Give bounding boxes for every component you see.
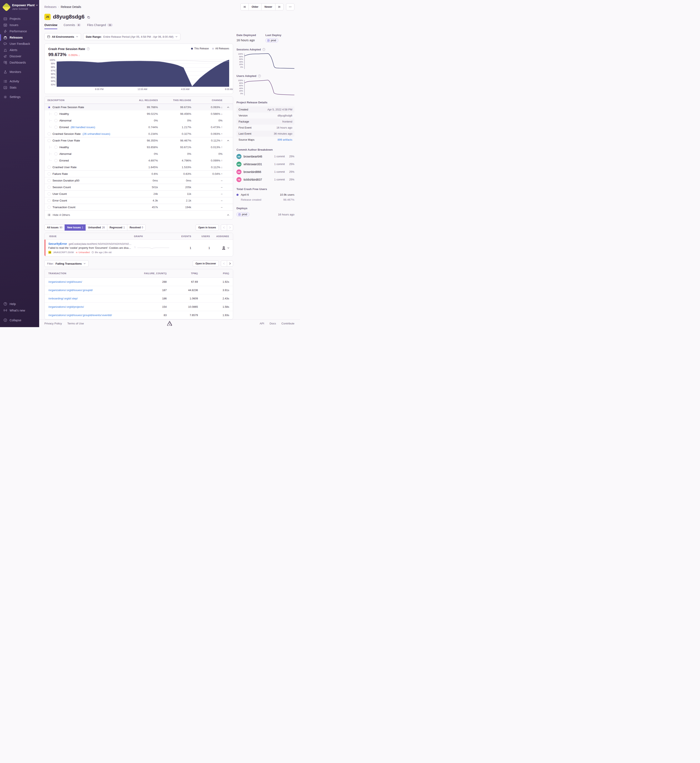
sidebar-item-settings[interactable]: Settings (0, 94, 39, 100)
chart-x-axis: 8:00 PM12:00 AM4:00 AM8:00 AM (57, 88, 229, 92)
tab-overview[interactable]: Overview (44, 23, 57, 29)
x-tick-label: 4:00 AM (181, 88, 189, 91)
issues-prev-button[interactable] (221, 224, 227, 231)
col-events: EVENTS (172, 235, 191, 238)
transaction-link[interactable]: /organizations/:orgId/issues/:groupId/ (48, 289, 136, 292)
footer-link-contribute[interactable]: Contribute (281, 322, 294, 325)
issues-tab-regressed[interactable]: Regressed1 (107, 224, 127, 231)
metric-radio[interactable] (47, 172, 51, 175)
copy-icon[interactable] (87, 16, 90, 19)
metric-radio[interactable] (47, 199, 51, 202)
sidebar-item-projects[interactable]: Projects (0, 16, 39, 22)
metric-radio[interactable] (55, 145, 58, 149)
metric-radio[interactable] (47, 206, 51, 209)
footer-link-api[interactable]: API (259, 322, 264, 325)
older-button[interactable]: Older (248, 3, 262, 10)
more-actions-button[interactable] (286, 3, 294, 10)
sidebar-item-user-feedback[interactable]: User Feedback (0, 41, 39, 47)
sidebar-collapse-button[interactable]: Collapse (0, 317, 39, 324)
open-in-discover-button[interactable]: Open in Discover (193, 260, 219, 267)
footer-link-privacy-policy[interactable]: Privacy Policy (44, 322, 62, 325)
transaction-link[interactable]: /organizations/:orgId/issues/ (48, 280, 136, 283)
tab-files-changed[interactable]: Files Changed11 (87, 23, 113, 29)
metric-radio[interactable] (47, 166, 51, 169)
col-users: USERS (191, 235, 210, 238)
metric-radio[interactable] (55, 119, 58, 122)
date-range-selector[interactable]: Date Range: Entire Release Period (Apr 0… (83, 33, 180, 40)
release-pagination: Older Newer (241, 3, 284, 10)
open-in-issues-button[interactable]: Open in Issues (195, 224, 219, 231)
legend-all-releases[interactable]: All Releases (212, 47, 229, 50)
metric-issues-link[interactable]: (68 handled issues) (70, 126, 95, 129)
issues-next-button[interactable] (227, 224, 233, 231)
metric-description: Crashed Session Rate(26 unhandled issues… (47, 132, 125, 135)
platform-js-icon: JS (44, 14, 51, 20)
chevron-up-icon[interactable] (227, 139, 230, 142)
metric-row-crashed-session-rate: Crashed Session Rate(26 unhandled issues… (45, 130, 233, 137)
date-range-label: Date Range: (86, 35, 102, 38)
metric-issues-link[interactable]: (26 unhandled issues) (83, 132, 110, 135)
col-issue: ISSUE (45, 235, 134, 238)
detail-value: 36 minutes ago (274, 132, 292, 135)
legend-this-release[interactable]: This Release (191, 47, 209, 50)
sidebar-item-alerts[interactable]: Alerts (0, 47, 39, 53)
transaction-link[interactable]: /organizations/:orgId/projects/ (48, 305, 136, 308)
metric-radio[interactable] (47, 132, 51, 135)
footer-link-docs[interactable]: Docs (270, 322, 276, 325)
breadcrumb-releases[interactable]: Releases (44, 5, 56, 9)
issues-tab-all-issues[interactable]: All Issues90 (44, 224, 65, 231)
author-percent: 25% (288, 170, 294, 174)
metric-radio[interactable] (47, 186, 51, 189)
chevron-up-icon[interactable] (227, 106, 230, 109)
transactions-prev-button[interactable] (221, 260, 227, 267)
detail-label: Source Maps (239, 138, 255, 141)
metric-radio[interactable] (47, 139, 51, 142)
sidebar-item-activity[interactable]: Activity (0, 78, 39, 84)
sidebar-item-monitors[interactable]: Monitors (0, 69, 39, 75)
y-tick-label: 100% (236, 53, 243, 55)
metric-radio[interactable] (47, 192, 51, 195)
metric-radio[interactable] (55, 152, 58, 155)
metric-radio[interactable] (55, 112, 58, 116)
transaction-row: /onboarding/:orgId/:step/1861.06092.43s (45, 294, 233, 303)
metric-radio[interactable] (55, 126, 58, 129)
sidebar-item-what-s-new[interactable]: What's new (0, 307, 39, 314)
transaction-link[interactable]: /organizations/:orgId/issues/:groupId/ev… (48, 314, 136, 317)
sidebar-item-releases[interactable]: Releases (0, 34, 39, 41)
sidebar-item-help[interactable]: Help (0, 301, 39, 307)
metric-radio[interactable] (55, 159, 58, 162)
org-switcher[interactable]: Empower Plant Jane Schmidt (0, 3, 39, 10)
metric-radio[interactable] (47, 179, 51, 182)
first-release-button[interactable] (241, 3, 249, 10)
sidebar-item-issues[interactable]: Issues (0, 22, 39, 28)
issues-tab-new-issues[interactable]: New Issues1 (64, 224, 86, 231)
environment-selector[interactable]: All Environments (44, 33, 81, 40)
issues-tab-unhandled[interactable]: Unhandled26 (86, 224, 107, 231)
prod-deploy-badge[interactable]: prod (236, 212, 249, 216)
sidebar-item-stats[interactable]: Stats (0, 84, 39, 91)
footer-link-terms-of-use[interactable]: Terms of Use (67, 322, 84, 325)
hide-others-toggle[interactable]: Hide 4 Others (45, 210, 233, 219)
transactions-next-button[interactable] (227, 260, 233, 267)
tab-commits[interactable]: Commits4 (64, 23, 81, 29)
issues-tab-resolved[interactable]: Resolved0 (127, 224, 145, 231)
issue-culprit: getCookie(data:text/html,%0A%0A%0A%0A%0A… (69, 242, 131, 245)
detail-label: Package (239, 120, 249, 123)
issue-title-link[interactable]: SecurityError (48, 242, 67, 245)
metric-radio[interactable] (47, 106, 51, 109)
last-release-button[interactable] (275, 3, 284, 10)
transactions-filter[interactable]: Filter: Failing Transactions (44, 260, 89, 267)
newer-button[interactable]: Newer (261, 3, 275, 10)
commit-author-row: BBbrownbird8661 commit25% (236, 169, 294, 174)
metric-change: 0.112% ↑ (191, 139, 222, 142)
detail-value[interactable]: 899 artifacts (278, 138, 292, 141)
assignee-selector[interactable] (210, 245, 233, 250)
tree-connector (47, 126, 53, 129)
transaction-link[interactable]: /onboarding/:orgId/:step/ (48, 297, 136, 300)
prod-deploy-badge[interactable]: prod (266, 38, 278, 42)
sidebar-item-performance[interactable]: Performance (0, 28, 39, 34)
sidebar-item-dashboards[interactable]: Dashboards (0, 59, 39, 66)
x-tick-mark (142, 87, 143, 88)
sidebar-item-discover[interactable]: Discover (0, 53, 39, 59)
chart-change: 0.093% ↓ (69, 53, 80, 57)
